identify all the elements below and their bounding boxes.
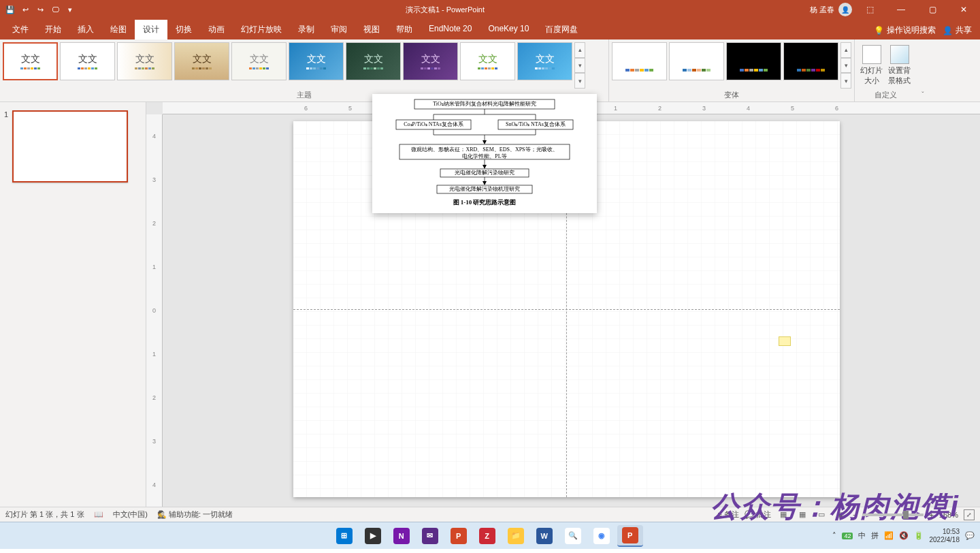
variants-scroll-up[interactable]: ▴	[840, 42, 851, 58]
taskbar-app[interactable]: ▶	[360, 525, 386, 547]
variant-thumbnail[interactable]	[612, 42, 667, 80]
save-icon[interactable]: 💾	[4, 5, 16, 14]
theme-thumbnail[interactable]: 文文	[231, 42, 287, 80]
reading-view-button[interactable]: ▭	[815, 509, 828, 520]
slide-size-button[interactable]: 幻灯片 大小	[860, 45, 883, 86]
slide-thumbnail-item[interactable]: 1	[4, 110, 137, 183]
variants-scroll-down[interactable]: ▾	[840, 58, 851, 74]
volume-icon[interactable]: 🔇	[899, 531, 909, 540]
tab-审阅[interactable]: 审阅	[323, 20, 355, 40]
ime-mode-icon[interactable]: 拼	[871, 531, 879, 541]
spellcheck-icon[interactable]: 📖	[94, 510, 103, 519]
svg-marker-14	[483, 140, 487, 144]
tab-幻灯片放映[interactable]: 幻灯片放映	[233, 20, 290, 40]
zoom-level[interactable]: 168%	[939, 511, 958, 519]
theme-thumbnail[interactable]: 文文	[3, 42, 58, 80]
tab-录制[interactable]: 录制	[290, 20, 323, 40]
theme-thumbnail[interactable]: 文文	[460, 42, 515, 80]
pasted-image-overlay[interactable]: TiO₂纳米管阵列复合材料光电降解性能研究 Co₂P/TiO₂ NTAs复合体系…	[372, 94, 597, 213]
format-background-label: 设置背 景格式	[888, 65, 911, 86]
share-label: 共享	[956, 25, 972, 36]
tray-badge[interactable]: 42	[842, 533, 853, 539]
undo-icon[interactable]: ↩	[19, 5, 31, 14]
start-button[interactable]: ⊞	[331, 525, 357, 547]
zoom-out-button[interactable]: −	[853, 511, 857, 519]
ribbon-design: 文文文文文文文文文文文文文文文文文文文文▴▾▾ 主题 ▴▾▾ 变体 幻灯片 大小…	[0, 40, 980, 102]
tab-OneKey 10[interactable]: OneKey 10	[480, 20, 537, 40]
variant-thumbnail[interactable]	[726, 42, 781, 80]
collapse-ribbon-button[interactable]: ˇ	[916, 40, 930, 101]
taskbar-onenote[interactable]: N	[389, 525, 414, 547]
slideshow-icon[interactable]: 🖵	[49, 5, 61, 14]
vertical-ruler[interactable]: 432101234	[146, 114, 163, 507]
theme-thumbnail[interactable]: 文文	[346, 42, 401, 80]
sorter-view-button[interactable]: ▦	[796, 509, 809, 520]
taskbar-word[interactable]: W	[532, 525, 557, 547]
taskbar-app[interactable]: ✉	[417, 525, 443, 547]
normal-view-button[interactable]: ▦	[777, 509, 790, 520]
taskbar-zotero[interactable]: Z	[474, 525, 500, 547]
notifications-icon[interactable]: 💬	[965, 531, 975, 540]
ime-lang-icon[interactable]: 中	[858, 531, 866, 541]
notes-button[interactable]: ≡ 备注	[717, 509, 738, 520]
minimize-button[interactable]: —	[887, 0, 915, 19]
slide-size-icon	[862, 45, 881, 64]
title-bar: 💾 ↩ ↪ 🖵 ▾ 演示文稿1 - PowerPoint 杨 孟春 👤 ⬚ — …	[0, 0, 980, 19]
taskbar-chrome[interactable]: ◉	[589, 525, 615, 547]
tab-帮助[interactable]: 帮助	[388, 20, 421, 40]
tell-me-search[interactable]: 💡 操作说明搜索	[874, 25, 936, 36]
battery-icon[interactable]: 🔋	[914, 531, 924, 540]
variant-thumbnail[interactable]	[669, 42, 724, 80]
clock[interactable]: 10:53 2022/4/18	[929, 528, 960, 544]
variants-more-button[interactable]: ▾	[840, 73, 851, 89]
theme-thumbnail[interactable]: 文文	[174, 42, 229, 80]
zoom-slider[interactable]	[862, 514, 924, 516]
themes-scroll-up[interactable]: ▴	[574, 42, 585, 58]
maximize-button[interactable]: ▢	[919, 0, 946, 19]
variant-thumbnail[interactable]	[783, 42, 838, 80]
tab-EndNote 20[interactable]: EndNote 20	[421, 20, 480, 40]
tab-绘图[interactable]: 绘图	[102, 20, 135, 40]
taskbar-wps[interactable]: P	[446, 525, 472, 547]
slide-thumbnail[interactable]	[12, 110, 128, 183]
tab-动画[interactable]: 动画	[200, 20, 233, 40]
person-icon: 👤	[943, 26, 953, 35]
theme-thumbnail[interactable]: 文文	[117, 42, 172, 80]
theme-thumbnail[interactable]: 文文	[517, 42, 572, 80]
theme-thumbnail[interactable]: 文文	[403, 42, 458, 80]
slideshow-view-button[interactable]: ▣	[834, 509, 847, 520]
tab-百度网盘[interactable]: 百度网盘	[537, 20, 586, 40]
tab-视图[interactable]: 视图	[355, 20, 388, 40]
qa-more-icon[interactable]: ▾	[64, 5, 76, 14]
wifi-icon[interactable]: 📶	[884, 531, 894, 540]
zoom-in-button[interactable]: +	[929, 511, 933, 519]
taskbar-explorer[interactable]: 📁	[503, 525, 529, 547]
fit-to-window-button[interactable]: ⤢	[964, 509, 975, 520]
tab-文件[interactable]: 文件	[4, 20, 37, 40]
share-button[interactable]: 👤 共享	[943, 25, 976, 36]
slide-panel[interactable]: 1	[0, 102, 146, 507]
tray-chevron-icon[interactable]: ˄	[832, 531, 836, 540]
ribbon-display-button[interactable]: ⬚	[856, 0, 883, 19]
comments-button[interactable]: 💬 批注	[745, 509, 771, 520]
theme-thumbnail[interactable]: 文文	[289, 42, 344, 80]
theme-thumbnail[interactable]: 文文	[60, 42, 115, 80]
themes-more-button[interactable]: ▾	[574, 73, 585, 89]
tab-开始[interactable]: 开始	[37, 20, 69, 40]
svg-text:图 1-10  研究思路示意图: 图 1-10 研究思路示意图	[453, 199, 517, 206]
tell-me-label: 操作说明搜索	[887, 25, 936, 36]
themes-scroll-down[interactable]: ▾	[574, 58, 585, 74]
customize-label: 自定义	[860, 89, 911, 101]
tab-设计[interactable]: 设计	[135, 20, 167, 40]
tab-切换[interactable]: 切换	[167, 20, 200, 40]
close-button[interactable]: ✕	[950, 0, 977, 19]
user-account[interactable]: 杨 孟春 👤	[810, 3, 852, 16]
status-bar: 幻灯片 第 1 张，共 1 张 📖 中文(中国) 🕵 辅助功能: 一切就绪 ≡ …	[0, 507, 980, 522]
redo-icon[interactable]: ↪	[34, 5, 46, 14]
taskbar-powerpoint[interactable]: P	[617, 525, 643, 547]
accessibility-status[interactable]: 🕵 辅助功能: 一切就绪	[157, 509, 233, 520]
tab-插入[interactable]: 插入	[69, 20, 102, 40]
taskbar-search[interactable]: 🔍	[560, 525, 586, 547]
format-background-button[interactable]: 设置背 景格式	[888, 45, 911, 86]
language-status[interactable]: 中文(中国)	[113, 509, 148, 520]
